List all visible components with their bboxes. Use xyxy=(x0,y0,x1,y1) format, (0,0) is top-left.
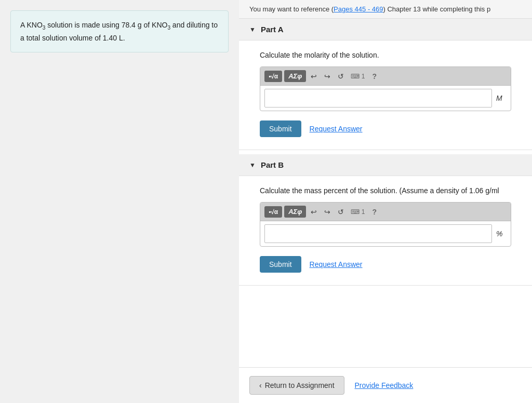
part-a-reset-button[interactable]: ↺ xyxy=(335,71,347,82)
part-a-answer-wrapper: ▪√α ΑΣφ ↩ ↪ ↺ xyxy=(260,66,511,111)
part-b-input-row: % xyxy=(260,221,511,246)
left-panel: A KNO3 solution is made using 78.4 g of … xyxy=(0,0,239,403)
part-a-submit-button[interactable]: Submit xyxy=(260,120,301,137)
part-b-keyboard-icon: ⌨ 1 xyxy=(351,208,365,216)
part-b-symbol-icon: ΑΣφ xyxy=(288,208,302,216)
problem-text: A KNO3 solution is made using 78.4 g of … xyxy=(20,21,218,42)
return-button-label: Return to Assignment xyxy=(265,381,335,389)
reference-bar: You may want to reference (Pages 445 - 4… xyxy=(239,0,532,19)
part-a-math-icon: ▪√α xyxy=(269,73,278,80)
part-a-keyboard-button[interactable]: ⌨ 1 xyxy=(349,72,367,81)
part-b-answer-input[interactable] xyxy=(264,224,492,243)
part-a-request-answer-button[interactable]: Request Answer xyxy=(310,125,363,133)
part-a-symbol-button[interactable]: ΑΣφ xyxy=(284,70,306,82)
part-a-help-icon: ? xyxy=(372,72,377,80)
reference-link[interactable]: Pages 445 - 469 xyxy=(334,5,383,13)
part-a-answer-input[interactable] xyxy=(264,89,492,108)
part-a-undo-icon: ↩ xyxy=(311,72,317,80)
part-a-toolbar: ▪√α ΑΣφ ↩ ↪ ↺ xyxy=(260,67,511,86)
part-a-symbol-icon: ΑΣφ xyxy=(288,72,302,80)
problem-statement: A KNO3 solution is made using 78.4 g of … xyxy=(10,10,229,52)
part-b-reset-icon: ↺ xyxy=(338,208,344,216)
reference-text-before: You may want to reference ( xyxy=(249,5,334,13)
part-a-redo-button[interactable]: ↪ xyxy=(322,71,333,82)
part-b-title: Part B xyxy=(261,160,284,169)
part-b-keyboard-button[interactable]: ⌨ 1 xyxy=(349,207,367,217)
part-a-action-row: Submit Request Answer xyxy=(260,118,511,137)
part-b-undo-icon: ↩ xyxy=(311,208,317,216)
part-b-reset-button[interactable]: ↺ xyxy=(335,206,347,218)
part-b-math-icon: ▪√α xyxy=(269,208,278,216)
part-a-math-button[interactable]: ▪√α xyxy=(264,71,282,82)
part-b-help-icon: ? xyxy=(372,208,377,216)
part-b-unit-label: % xyxy=(496,230,507,238)
part-a-input-row: M xyxy=(260,86,511,111)
part-a-answer-box: ▪√α ΑΣφ ↩ ↪ ↺ xyxy=(260,66,511,111)
part-b-collapse-arrow: ▼ xyxy=(249,162,256,169)
part-a-header[interactable]: ▼ Part A xyxy=(239,19,532,41)
footer-bar: ‹ Return to Assignment Provide Feedback xyxy=(239,367,532,403)
part-b-undo-button[interactable]: ↩ xyxy=(308,206,320,218)
part-a-redo-icon: ↪ xyxy=(324,72,330,80)
provide-feedback-button[interactable]: Provide Feedback xyxy=(355,381,414,389)
part-a-help-button[interactable]: ? xyxy=(369,71,380,82)
part-b-header[interactable]: ▼ Part B xyxy=(239,154,532,176)
reference-text-after: ) Chapter 13 while completing this p xyxy=(383,5,491,13)
right-panel: You may want to reference (Pages 445 - 4… xyxy=(239,0,532,403)
part-b-answer-box: ▪√α ΑΣφ ↩ ↪ ↺ xyxy=(260,202,511,247)
return-chevron-icon: ‹ xyxy=(259,381,262,389)
part-b-help-button[interactable]: ? xyxy=(369,207,380,217)
part-a-unit-label: M xyxy=(496,94,507,102)
part-b-request-answer-button[interactable]: Request Answer xyxy=(310,260,363,268)
part-a-content: Calculate the molarity of the solution. … xyxy=(239,41,532,150)
part-a-undo-button[interactable]: ↩ xyxy=(308,71,320,82)
part-b-action-row: Submit Request Answer xyxy=(260,254,511,273)
part-b-content: Calculate the mass percent of the soluti… xyxy=(239,176,532,285)
part-b-toolbar: ▪√α ΑΣφ ↩ ↪ ↺ xyxy=(260,203,511,221)
part-b-redo-button[interactable]: ↪ xyxy=(322,206,333,218)
part-b-answer-wrapper: ▪√α ΑΣφ ↩ ↪ ↺ xyxy=(260,202,511,247)
part-a-keyboard-icon: ⌨ 1 xyxy=(351,73,365,80)
part-a-title: Part A xyxy=(261,25,284,34)
part-b-question: Calculate the mass percent of the soluti… xyxy=(260,186,511,195)
part-a-collapse-arrow: ▼ xyxy=(249,26,256,33)
part-a-reset-icon: ↺ xyxy=(338,72,344,80)
part-b-redo-icon: ↪ xyxy=(324,208,330,216)
part-b-math-button[interactable]: ▪√α xyxy=(264,206,282,218)
part-b-section: ▼ Part B Calculate the mass percent of t… xyxy=(239,154,532,286)
part-b-symbol-button[interactable]: ΑΣφ xyxy=(284,206,306,218)
part-b-submit-button[interactable]: Submit xyxy=(260,256,301,273)
parts-container: ▼ Part A Calculate the molarity of the s… xyxy=(239,19,532,367)
return-to-assignment-button[interactable]: ‹ Return to Assignment xyxy=(249,376,344,395)
part-a-section: ▼ Part A Calculate the molarity of the s… xyxy=(239,19,532,150)
part-a-question: Calculate the molarity of the solution. xyxy=(260,51,511,59)
